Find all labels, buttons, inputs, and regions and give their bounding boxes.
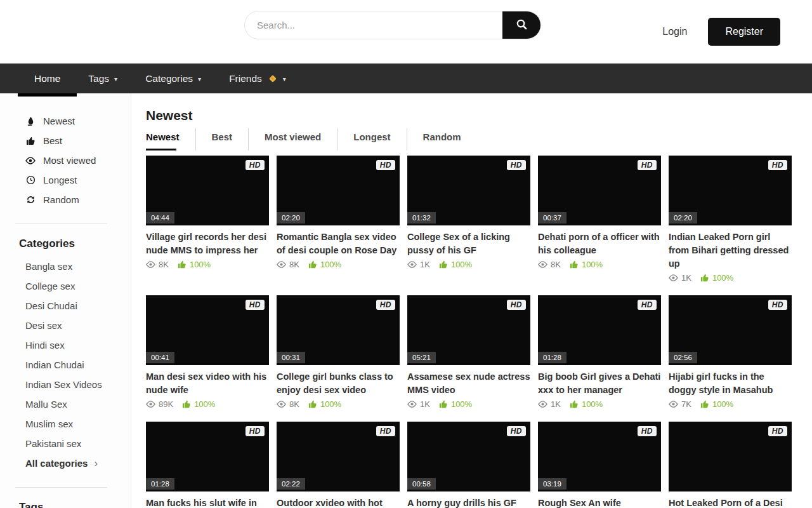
sidebar-item-most-viewed[interactable]: Most viewed bbox=[25, 150, 131, 170]
category-link[interactable]: Hindi sex bbox=[25, 335, 131, 355]
video-thumbnail[interactable]: HD 02:20 bbox=[669, 156, 792, 225]
video-card[interactable]: HD 02:56 Hijabi girl fucks in the doggy … bbox=[669, 295, 792, 422]
all-categories-label: All categories bbox=[25, 453, 88, 473]
video-thumbnail[interactable]: HD 00:58 bbox=[407, 422, 530, 491]
video-card[interactable]: HD 01:28 Big boob Girl gives a Dehati xx… bbox=[538, 295, 661, 422]
views-eye-icon bbox=[669, 273, 678, 283]
video-title[interactable]: Man fucks his slut wife in Dehati sex bbox=[146, 497, 269, 508]
tab-random[interactable]: Random bbox=[407, 128, 477, 150]
video-thumbnail[interactable]: HD 00:37 bbox=[538, 156, 661, 225]
video-title[interactable]: Rough Sex An wife bounces on her devar d… bbox=[538, 497, 661, 508]
video-thumbnail[interactable]: HD 02:56 bbox=[669, 295, 792, 365]
video-card[interactable]: HD 03:19 Rough Sex An wife bounces on he… bbox=[538, 422, 661, 508]
nav-item-tags[interactable]: Tags ▾ bbox=[74, 64, 131, 93]
video-title[interactable]: Dehati porn of a officer with his collea… bbox=[538, 231, 661, 257]
all-categories-link[interactable]: All categories › bbox=[25, 453, 131, 473]
video-card[interactable]: HD 02:22 Outdoor xvideo with hot randi bbox=[277, 422, 400, 508]
video-grid: HD 04:44 Village girl records her desi n… bbox=[146, 156, 812, 508]
refresh-icon bbox=[25, 195, 36, 204]
sidebar-item-best[interactable]: Best bbox=[25, 131, 131, 150]
nav-item-categories[interactable]: Categories ▾ bbox=[131, 64, 215, 93]
sidebar-item-label: Best bbox=[43, 135, 62, 146]
duration-badge: 05:21 bbox=[407, 352, 436, 363]
video-title[interactable]: Village girl records her desi nude MMS t… bbox=[146, 231, 269, 257]
category-link[interactable]: Desi Chudai bbox=[25, 296, 131, 316]
hd-badge: HD bbox=[376, 426, 395, 436]
video-thumbnail[interactable]: HD 02:20 bbox=[277, 156, 400, 225]
video-card[interactable]: HD 02:20 Romantic Bangla sex video of de… bbox=[277, 156, 400, 295]
video-card[interactable]: HD 01:28 Man fucks his slut wife in Deha… bbox=[146, 422, 269, 508]
video-title[interactable]: Outdoor xvideo with hot randi bbox=[277, 497, 400, 508]
video-title[interactable]: Big boob Girl gives a Dehati xxx to her … bbox=[538, 370, 661, 397]
video-thumbnail[interactable]: HD 01:28 bbox=[146, 422, 269, 491]
hd-badge: HD bbox=[376, 300, 395, 310]
video-thumbnail[interactable]: HD 04:44 bbox=[146, 156, 269, 225]
video-title[interactable]: Hijabi girl fucks in the doggy style in … bbox=[669, 370, 792, 397]
category-link[interactable]: Pakistani sex bbox=[25, 434, 131, 453]
video-title[interactable]: Romantic Bangla sex video of desi couple… bbox=[277, 231, 400, 257]
category-link[interactable]: Mallu Sex bbox=[25, 394, 131, 414]
nav-item-friends[interactable]: Friends ▾ bbox=[215, 64, 300, 93]
video-card[interactable]: HD 00:58 A horny guy drills his GF tight… bbox=[407, 422, 530, 508]
hd-badge: HD bbox=[507, 160, 526, 170]
video-title[interactable]: College Sex of a licking pussy of his GF bbox=[407, 231, 530, 257]
nav-home-label: Home bbox=[34, 64, 60, 93]
category-link[interactable]: Indian Chudai bbox=[25, 355, 131, 375]
video-card[interactable]: HD 01:32 College Sex of a licking pussy … bbox=[407, 156, 530, 295]
rating-thumbs-up-icon bbox=[700, 273, 709, 282]
category-link[interactable]: Bangla sex bbox=[25, 257, 131, 276]
search-icon bbox=[516, 18, 528, 32]
video-stats: 7K 100% bbox=[669, 398, 792, 410]
video-title[interactable]: Hot Leaked Porn of a Desi Couple bbox=[669, 497, 792, 508]
sidebar-item-random[interactable]: Random bbox=[25, 190, 131, 210]
tab-longest[interactable]: Longest bbox=[337, 128, 406, 150]
video-thumbnail[interactable]: HD 00:41 bbox=[146, 295, 269, 365]
video-thumbnail[interactable]: HD 00:31 bbox=[277, 295, 400, 365]
register-button[interactable]: Register bbox=[708, 18, 780, 46]
video-thumbnail[interactable]: HD 03:19 bbox=[538, 422, 661, 491]
video-title[interactable]: Assamese sex nude actress MMS video bbox=[407, 370, 530, 397]
video-card[interactable]: HD 05:21 Assamese sex nude actress MMS v… bbox=[407, 295, 530, 422]
pen-icon bbox=[25, 116, 36, 126]
video-card[interactable]: HD 00:37 Dehati porn of a officer with h… bbox=[538, 156, 661, 295]
video-title[interactable]: College girl bunks class to enjoy desi s… bbox=[277, 370, 400, 397]
handshake-icon bbox=[267, 73, 278, 84]
video-thumbnail[interactable]: HD bbox=[669, 422, 792, 491]
views-count: 89K bbox=[159, 399, 173, 409]
category-link[interactable]: Muslim sex bbox=[25, 414, 131, 434]
sidebar-item-label: Most viewed bbox=[43, 155, 96, 166]
duration-badge: 03:19 bbox=[538, 478, 566, 490]
rating-value: 100% bbox=[320, 260, 341, 269]
sidebar-item-label: Newest bbox=[43, 116, 75, 126]
video-card[interactable]: HD 04:44 Village girl records her desi n… bbox=[146, 156, 269, 295]
tab-best[interactable]: Best bbox=[195, 128, 249, 150]
search-input[interactable] bbox=[245, 11, 502, 39]
video-card[interactable]: HD Hot Leaked Porn of a Desi Couple bbox=[669, 422, 792, 508]
category-link[interactable]: College sex bbox=[25, 276, 131, 296]
video-thumbnail[interactable]: HD 05:21 bbox=[407, 295, 530, 365]
video-card[interactable]: HD 00:41 Man desi sex video with his nud… bbox=[146, 295, 269, 422]
tab-newest[interactable]: Newest bbox=[146, 128, 195, 150]
rating-value: 100% bbox=[190, 260, 211, 269]
views-eye-icon bbox=[669, 399, 678, 409]
sidebar-item-newest[interactable]: Newest bbox=[25, 111, 131, 131]
video-card[interactable]: HD 00:31 College girl bunks class to enj… bbox=[277, 295, 400, 422]
sidebar-item-longest[interactable]: Longest bbox=[25, 170, 131, 190]
video-card[interactable]: HD 02:20 Indian Leaked Porn girl from Bi… bbox=[669, 156, 792, 295]
search-button[interactable] bbox=[502, 11, 540, 39]
video-thumbnail[interactable]: HD 01:32 bbox=[407, 156, 530, 225]
video-thumbnail[interactable]: HD 02:22 bbox=[277, 422, 400, 491]
category-link[interactable]: Indian Sex Videos bbox=[25, 375, 131, 394]
rating-thumbs-up-icon bbox=[182, 399, 191, 408]
video-title[interactable]: A horny guy drills his GF tight pussy at… bbox=[407, 497, 530, 508]
login-link[interactable]: Login bbox=[662, 26, 687, 37]
video-thumbnail[interactable]: HD 01:28 bbox=[538, 295, 661, 365]
views-count: 8K bbox=[289, 399, 299, 409]
tab-most-viewed[interactable]: Most viewed bbox=[248, 128, 337, 150]
video-title[interactable]: Indian Leaked Porn girl from Bihari gett… bbox=[669, 231, 792, 271]
top-header: Login Register bbox=[0, 0, 812, 64]
hd-badge: HD bbox=[768, 300, 787, 310]
category-link[interactable]: Desi sex bbox=[25, 316, 131, 335]
nav-item-home[interactable]: Home bbox=[20, 64, 74, 93]
video-title[interactable]: Man desi sex video with his nude wife bbox=[146, 370, 269, 397]
